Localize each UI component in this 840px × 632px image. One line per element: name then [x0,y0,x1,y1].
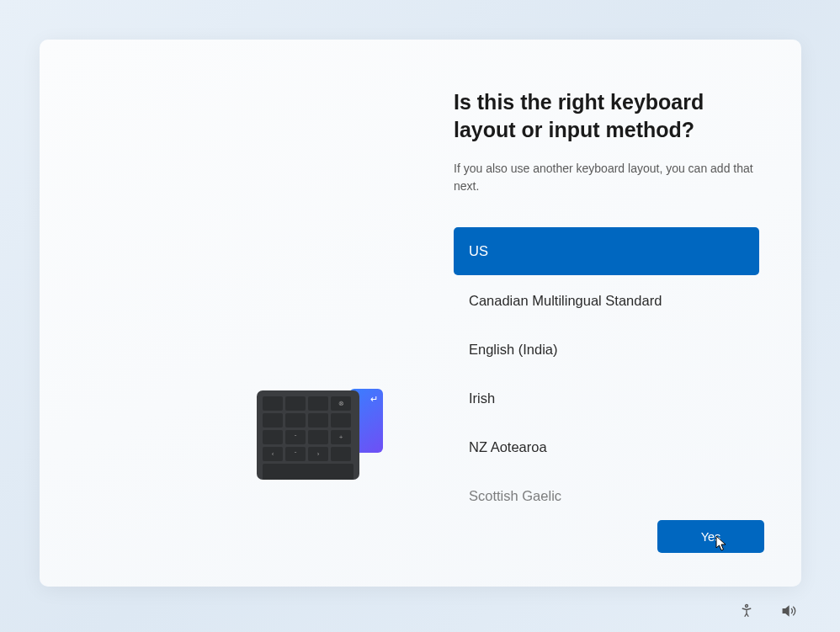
volume-icon[interactable] [779,602,798,620]
illustration-pane: ⊗ ˆ + ‹ ˇ › [40,40,454,587]
page-title: Is this the right keyboard layout or inp… [454,88,759,143]
layout-option-us[interactable]: US [454,227,759,275]
svg-point-0 [746,605,748,608]
layout-option-english-india[interactable]: English (India) [454,327,759,373]
system-tray [737,602,798,620]
layout-option-nz[interactable]: NZ Aotearoa [454,424,759,470]
page-subtitle: If you also use another keyboard layout,… [454,160,759,195]
content-pane: Is this the right keyboard layout or inp… [454,40,801,587]
keyboard-icon: ⊗ ˆ + ‹ ˇ › [257,390,383,481]
yes-button[interactable]: Yes [657,520,764,553]
layout-option-scottish[interactable]: Scottish Gaelic [454,473,759,513]
layout-option-canadian[interactable]: Canadian Multilingual Standard [454,278,759,324]
layout-option-irish[interactable]: Irish [454,375,759,422]
setup-dialog: ⊗ ˆ + ‹ ˇ › [40,40,801,587]
accessibility-icon[interactable] [737,602,756,620]
keyboard-layout-list[interactable]: US Canadian Multilingual Standard Englis… [454,227,759,513]
